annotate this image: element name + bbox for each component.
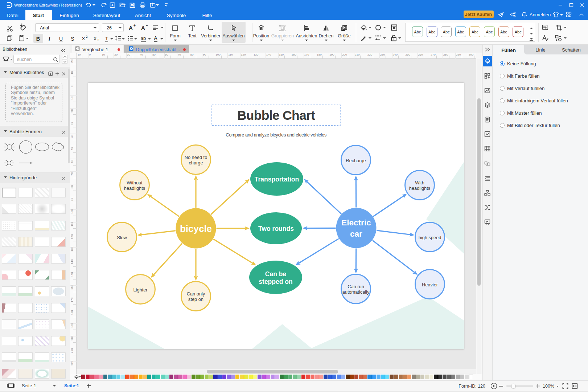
svg-text:Compare and analyze bicycles a: Compare and analyze bicycles and electri…: [226, 132, 327, 138]
svg-text:Transportation: Transportation: [255, 176, 299, 183]
svg-text:headlights: headlights: [124, 185, 145, 191]
svg-text:headlights: headlights: [409, 185, 430, 191]
svg-text:Heavier: Heavier: [422, 282, 438, 287]
svg-text:charge: charge: [189, 160, 203, 166]
svg-text:high speed: high speed: [419, 235, 441, 240]
svg-text:Without: Without: [127, 180, 143, 185]
svg-text:With: With: [415, 180, 424, 185]
svg-text:stepped on: stepped on: [259, 278, 292, 285]
svg-text:Lighter: Lighter: [133, 287, 148, 293]
svg-text:bicycle: bicycle: [180, 223, 212, 234]
svg-text:Slow: Slow: [117, 235, 127, 240]
svg-text:Can run: Can run: [348, 284, 364, 289]
svg-text:Bubble Chart: Bubble Chart: [237, 108, 315, 123]
svg-text:Can only: Can only: [187, 291, 205, 297]
svg-text:Can be: Can be: [265, 270, 287, 278]
svg-text:Two rounds: Two rounds: [258, 225, 294, 232]
svg-text:automatically: automatically: [342, 289, 370, 295]
svg-text:Recharge: Recharge: [346, 158, 366, 163]
svg-text:step on: step on: [188, 297, 203, 302]
svg-text:car: car: [350, 229, 362, 238]
svg-text:No need to: No need to: [185, 155, 207, 160]
svg-text:Electric: Electric: [341, 218, 371, 227]
